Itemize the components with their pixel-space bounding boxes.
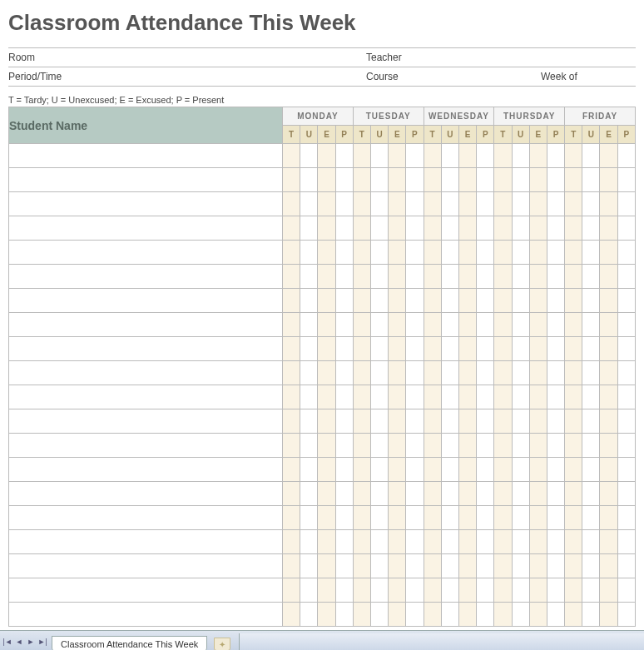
attendance-cell[interactable] <box>406 458 424 482</box>
attendance-cell[interactable] <box>582 289 600 313</box>
attendance-cell[interactable] <box>617 144 635 168</box>
attendance-cell[interactable] <box>617 385 635 409</box>
attendance-cell[interactable] <box>529 216 547 241</box>
attendance-cell[interactable] <box>406 409 424 434</box>
attendance-cell[interactable] <box>283 434 300 458</box>
attendance-cell[interactable] <box>565 458 582 482</box>
attendance-cell[interactable] <box>370 578 388 603</box>
attendance-cell[interactable] <box>547 530 564 554</box>
attendance-cell[interactable] <box>617 409 635 434</box>
attendance-cell[interactable] <box>300 603 318 627</box>
attendance-cell[interactable] <box>389 482 406 506</box>
attendance-cell[interactable] <box>335 168 353 192</box>
student-name-cell[interactable] <box>9 192 283 216</box>
attendance-cell[interactable] <box>494 554 512 578</box>
attendance-cell[interactable] <box>565 434 582 458</box>
attendance-cell[interactable] <box>370 265 388 289</box>
attendance-cell[interactable] <box>406 313 424 337</box>
attendance-cell[interactable] <box>617 554 635 578</box>
attendance-cell[interactable] <box>547 482 564 506</box>
attendance-cell[interactable] <box>512 578 529 603</box>
attendance-cell[interactable] <box>529 578 547 603</box>
attendance-cell[interactable] <box>300 168 318 192</box>
attendance-cell[interactable] <box>600 361 617 385</box>
attendance-cell[interactable] <box>529 554 547 578</box>
attendance-cell[interactable] <box>600 289 617 313</box>
attendance-cell[interactable] <box>353 289 370 313</box>
attendance-cell[interactable] <box>477 385 494 409</box>
attendance-cell[interactable] <box>600 337 617 361</box>
attendance-cell[interactable] <box>565 361 582 385</box>
attendance-cell[interactable] <box>353 168 370 192</box>
attendance-cell[interactable] <box>582 337 600 361</box>
attendance-cell[interactable] <box>529 458 547 482</box>
attendance-cell[interactable] <box>441 241 458 265</box>
attendance-cell[interactable] <box>512 482 529 506</box>
attendance-cell[interactable] <box>406 337 424 361</box>
attendance-cell[interactable] <box>617 603 635 627</box>
attendance-cell[interactable] <box>582 361 600 385</box>
attendance-cell[interactable] <box>477 337 494 361</box>
attendance-cell[interactable] <box>547 241 564 265</box>
attendance-cell[interactable] <box>406 361 424 385</box>
attendance-cell[interactable] <box>494 458 512 482</box>
attendance-cell[interactable] <box>617 506 635 530</box>
attendance-cell[interactable] <box>600 313 617 337</box>
attendance-cell[interactable] <box>529 168 547 192</box>
attendance-cell[interactable] <box>458 192 476 216</box>
attendance-cell[interactable] <box>389 289 406 313</box>
attendance-cell[interactable] <box>318 216 335 241</box>
attendance-cell[interactable] <box>406 265 424 289</box>
attendance-cell[interactable] <box>565 409 582 434</box>
attendance-cell[interactable] <box>389 530 406 554</box>
attendance-cell[interactable] <box>370 458 388 482</box>
attendance-cell[interactable] <box>424 506 441 530</box>
attendance-cell[interactable] <box>565 603 582 627</box>
attendance-cell[interactable] <box>512 409 529 434</box>
attendance-cell[interactable] <box>529 409 547 434</box>
attendance-cell[interactable] <box>424 313 441 337</box>
attendance-cell[interactable] <box>477 289 494 313</box>
attendance-cell[interactable] <box>353 578 370 603</box>
attendance-cell[interactable] <box>406 216 424 241</box>
attendance-cell[interactable] <box>370 289 388 313</box>
attendance-cell[interactable] <box>582 265 600 289</box>
attendance-cell[interactable] <box>565 192 582 216</box>
attendance-cell[interactable] <box>600 216 617 241</box>
attendance-cell[interactable] <box>547 216 564 241</box>
attendance-cell[interactable] <box>547 409 564 434</box>
attendance-cell[interactable] <box>318 409 335 434</box>
attendance-cell[interactable] <box>617 337 635 361</box>
attendance-cell[interactable] <box>458 144 476 168</box>
attendance-cell[interactable] <box>318 603 335 627</box>
attendance-cell[interactable] <box>477 361 494 385</box>
attendance-cell[interactable] <box>424 434 441 458</box>
attendance-cell[interactable] <box>477 241 494 265</box>
attendance-cell[interactable] <box>582 313 600 337</box>
attendance-cell[interactable] <box>477 482 494 506</box>
attendance-cell[interactable] <box>582 409 600 434</box>
attendance-cell[interactable] <box>617 530 635 554</box>
attendance-cell[interactable] <box>565 482 582 506</box>
attendance-cell[interactable] <box>389 216 406 241</box>
attendance-cell[interactable] <box>512 144 529 168</box>
attendance-cell[interactable] <box>477 192 494 216</box>
attendance-cell[interactable] <box>600 385 617 409</box>
attendance-cell[interactable] <box>424 168 441 192</box>
student-name-cell[interactable] <box>9 337 283 361</box>
attendance-cell[interactable] <box>582 482 600 506</box>
attendance-cell[interactable] <box>547 603 564 627</box>
attendance-cell[interactable] <box>353 313 370 337</box>
attendance-cell[interactable] <box>441 554 458 578</box>
attendance-cell[interactable] <box>283 265 300 289</box>
attendance-cell[interactable] <box>582 434 600 458</box>
attendance-cell[interactable] <box>424 192 441 216</box>
attendance-cell[interactable] <box>512 361 529 385</box>
attendance-cell[interactable] <box>582 603 600 627</box>
attendance-cell[interactable] <box>529 530 547 554</box>
attendance-cell[interactable] <box>547 289 564 313</box>
attendance-cell[interactable] <box>477 554 494 578</box>
attendance-cell[interactable] <box>512 313 529 337</box>
attendance-cell[interactable] <box>565 265 582 289</box>
attendance-cell[interactable] <box>300 554 318 578</box>
